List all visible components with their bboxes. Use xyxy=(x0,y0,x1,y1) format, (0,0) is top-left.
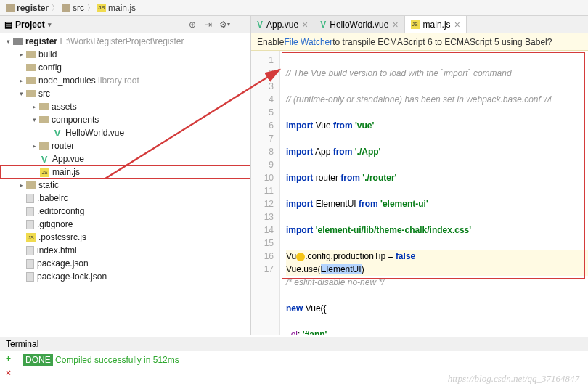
folder-icon xyxy=(26,64,36,71)
close-terminal-icon[interactable]: × xyxy=(6,368,11,378)
chevron-right-icon: 〉 xyxy=(87,3,94,13)
tree-item-assets[interactable]: ▸assets xyxy=(0,100,250,113)
folder-icon xyxy=(39,142,49,150)
file-icon xyxy=(26,194,34,203)
tree-item-gitignore[interactable]: .gitignore xyxy=(0,218,250,231)
js-icon: JS xyxy=(97,4,106,12)
banner-suffix: to transpile ECMAScript 6 to ECMAScript … xyxy=(332,37,552,47)
tree-item-babelrc[interactable]: .babelrc xyxy=(0,192,250,205)
terminal-message: Compiled successfully in 512ms xyxy=(53,355,179,365)
terminal-output[interactable]: DONE Compiled successfully in 512ms xyxy=(17,351,588,389)
folder-icon xyxy=(39,116,49,123)
file-watcher-banner: Enable File Watcher to transpile ECMAScr… xyxy=(251,33,588,51)
tab-helloworld[interactable]: VHelloWorld.vue× xyxy=(314,16,404,33)
gear-icon[interactable]: ⚙▾ xyxy=(219,19,230,30)
tree-item-build[interactable]: ▸build xyxy=(0,48,250,61)
breadcrumb: register 〉 src 〉 JSmain.js xyxy=(0,0,588,16)
project-tool-window: ▤Project▾ ⊕ ⇥ ⚙▾ — ▾register E:\Work\Reg… xyxy=(0,16,251,335)
banner-prefix: Enable xyxy=(257,37,284,47)
terminal-toolbar: + × xyxy=(0,351,17,389)
code-editor[interactable]: 1234567891011121314151617 // The Vue bui… xyxy=(251,51,588,335)
project-title[interactable]: ▤Project▾ xyxy=(4,20,52,30)
chevron-down-icon: ▾ xyxy=(48,21,52,28)
folder-icon xyxy=(26,90,36,97)
breadcrumb-seg-mainjs[interactable]: JSmain.js xyxy=(97,3,136,13)
tree-item-appvue[interactable]: VApp.vue xyxy=(0,152,250,165)
tree-item-postcssrc[interactable]: JS.postcssrc.js xyxy=(0,231,250,244)
intention-bulb-icon[interactable] xyxy=(296,253,305,261)
html-icon xyxy=(26,246,34,255)
target-icon[interactable]: ⊕ xyxy=(187,19,198,30)
add-terminal-icon[interactable]: + xyxy=(6,353,11,364)
tree-root[interactable]: ▾register E:\Work\RegisterProject\regist… xyxy=(0,35,250,48)
close-icon[interactable]: × xyxy=(392,19,398,30)
done-badge: DONE xyxy=(23,354,53,366)
tree-item-indexhtml[interactable]: index.html xyxy=(0,244,250,257)
tree-item-src[interactable]: ▾src xyxy=(0,87,250,100)
js-icon: JS xyxy=(26,233,36,242)
tree-item-helloworld[interactable]: VHelloWorld.vue xyxy=(0,126,250,139)
folder-icon xyxy=(13,38,23,45)
project-view-icon: ▤ xyxy=(4,20,12,30)
code-content[interactable]: // The Vue build version to load with th… xyxy=(280,51,588,335)
json-icon xyxy=(26,272,34,282)
tree-item-node-modules[interactable]: ▸node_modules library root xyxy=(0,74,250,87)
js-icon: JS xyxy=(40,168,49,177)
terminal-header[interactable]: Terminal xyxy=(0,337,588,351)
tab-mainjs[interactable]: JSmain.js× xyxy=(405,16,467,33)
tree-item-router[interactable]: ▸router xyxy=(0,139,250,152)
tab-appvue[interactable]: VApp.vue× xyxy=(251,16,314,33)
folder-icon xyxy=(39,103,49,110)
hide-icon[interactable]: — xyxy=(234,19,246,30)
chevron-right-icon: 〉 xyxy=(52,3,59,13)
folder-icon xyxy=(26,51,36,58)
close-icon[interactable]: × xyxy=(454,19,460,30)
tree-item-mainjs[interactable]: JSmain.js xyxy=(0,165,250,179)
file-icon xyxy=(26,207,34,216)
project-tree[interactable]: ▾register E:\Work\RegisterProject\regist… xyxy=(0,33,250,335)
file-watcher-link[interactable]: File Watcher xyxy=(284,37,332,47)
editor-tabs: VApp.vue× VHelloWorld.vue× JSmain.js× xyxy=(251,16,588,33)
folder-icon xyxy=(26,77,36,84)
vue-icon: V xyxy=(39,154,49,164)
close-icon[interactable]: × xyxy=(302,19,308,30)
collapse-icon[interactable]: ⇥ xyxy=(203,19,214,30)
folder-icon xyxy=(26,181,36,189)
breadcrumb-seg-src[interactable]: src xyxy=(62,3,84,13)
editor-panel: VApp.vue× VHelloWorld.vue× JSmain.js× En… xyxy=(251,16,588,335)
folder-icon xyxy=(62,4,70,12)
js-icon: JS xyxy=(411,20,420,29)
file-icon xyxy=(26,220,34,229)
tree-item-packagelock[interactable]: package-lock.json xyxy=(0,270,250,283)
tree-item-static[interactable]: ▸static xyxy=(0,179,250,192)
gutter: 1234567891011121314151617 xyxy=(251,51,280,335)
vue-icon: V xyxy=(320,20,326,30)
folder-icon xyxy=(6,4,15,12)
terminal-panel: + × DONE Compiled successfully in 512ms xyxy=(0,350,588,389)
breadcrumb-seg-register[interactable]: register xyxy=(6,3,49,13)
tree-item-components[interactable]: ▾components xyxy=(0,113,250,126)
tree-item-packagejson[interactable]: package.json xyxy=(0,257,250,270)
vue-icon: V xyxy=(52,128,62,138)
tree-item-config[interactable]: config xyxy=(0,61,250,74)
json-icon xyxy=(26,259,34,269)
vue-icon: V xyxy=(257,20,263,30)
tree-item-editorconfig[interactable]: .editorconfig xyxy=(0,205,250,218)
project-header: ▤Project▾ ⊕ ⇥ ⚙▾ — xyxy=(0,16,250,33)
